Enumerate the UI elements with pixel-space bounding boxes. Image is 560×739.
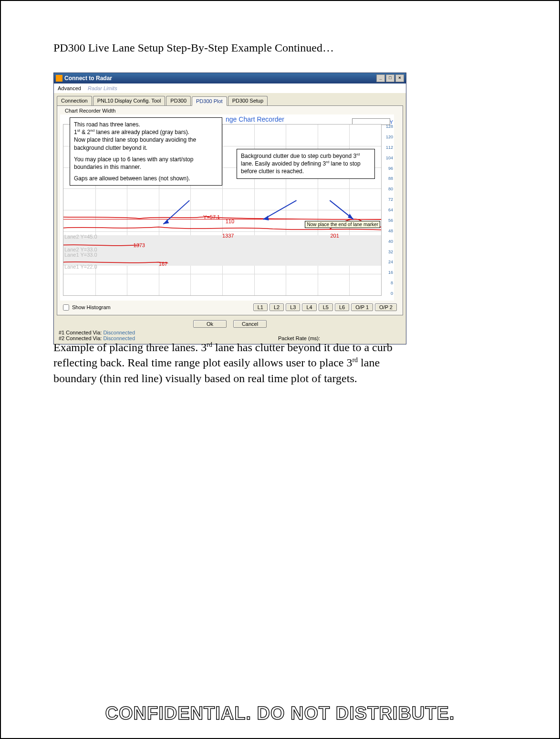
- ytick: 8: [391, 281, 393, 285]
- callout-line: 1st & 2nd lanes are already placed (gray…: [74, 128, 218, 136]
- lane-button-l2[interactable]: L2: [270, 303, 284, 311]
- show-histogram-checkbox[interactable]: Show Histogram: [63, 304, 111, 311]
- ytick: 32: [388, 250, 393, 254]
- menu-bar: Advanced Radar Limits: [54, 83, 406, 93]
- maximize-button[interactable]: □: [386, 74, 394, 82]
- data-label: 1373: [134, 242, 145, 248]
- lane1-band: [63, 251, 381, 266]
- menu-advanced[interactable]: Advanced: [58, 85, 81, 91]
- ytick: 96: [388, 166, 393, 171]
- svg-marker-3: [263, 216, 269, 220]
- lane-label: Lane1 Y=22.0: [64, 264, 97, 270]
- status-line: #1 Connected Via: Disconnected: [59, 330, 202, 335]
- close-button[interactable]: ×: [395, 74, 404, 82]
- cursor-y-value: Y=57.1: [203, 214, 220, 220]
- ytick: 120: [386, 135, 393, 139]
- data-label: 201: [330, 233, 339, 239]
- ytick: 16: [388, 270, 393, 275]
- menu-radar-limits: Radar Limits: [88, 85, 117, 91]
- ytick: 80: [388, 187, 393, 191]
- svg-line-0: [163, 200, 189, 224]
- title-bar[interactable]: Connect to Radar _ □ ×: [54, 73, 406, 83]
- lane-button-l4[interactable]: L4: [302, 303, 316, 311]
- figure-caption: Example of placing three lanes. 3rd lane…: [53, 340, 421, 386]
- ytick: 72: [388, 197, 393, 202]
- ytick: 88: [388, 176, 393, 181]
- app-window: Connect to Radar _ □ × Advanced Radar Li…: [53, 73, 406, 344]
- chart-recorder-width-label: Chart Recorder Width: [65, 108, 400, 114]
- lane-button-l6[interactable]: L6: [335, 303, 349, 311]
- callout-line: Gaps are allowed between lanes (not show…: [74, 175, 218, 182]
- ok-button[interactable]: Ok: [193, 320, 227, 328]
- svg-marker-1: [163, 219, 169, 224]
- callout-line: You may place up to 6 lanes with any sta…: [74, 156, 218, 171]
- lane-button-l3[interactable]: L3: [286, 303, 300, 311]
- lane-label: Lane2 Y=45.0: [64, 234, 97, 239]
- lane3-cursor-line[interactable]: [63, 219, 381, 219]
- page-title: PD300 Live Lane Setup Step-By-Step Examp…: [53, 42, 334, 54]
- tab-panel: Chart Recorder Width nge Chart Recorder …: [57, 105, 403, 315]
- ytick: 40: [388, 239, 393, 244]
- y-axis-ticks: 128 120 112 104 96 88 80 72 64 56 48 40 …: [383, 124, 393, 296]
- tab-pnl10[interactable]: PNL10 Display Config. Tool: [93, 96, 166, 105]
- ytick: 112: [386, 145, 393, 150]
- ytick: 128: [386, 124, 393, 129]
- ytick: 0: [391, 291, 393, 296]
- lane-button-l5[interactable]: L5: [319, 303, 333, 311]
- callout-line: Now place third lane stop boundary avoid…: [74, 136, 218, 151]
- tab-pd300-plot[interactable]: PD300 Plot: [192, 96, 227, 106]
- chart-title: nge Chart Recorder: [226, 115, 284, 123]
- chart-area: nge Chart Recorder Y 128 120 112 104 96 …: [60, 114, 394, 301]
- cancel-button[interactable]: Cancel: [233, 320, 267, 328]
- data-label: 110: [226, 219, 234, 224]
- callout-instructions: This road has three lanes. 1st & 2nd lan…: [70, 117, 222, 186]
- data-label: 167: [159, 261, 167, 267]
- ytick: 24: [388, 260, 393, 264]
- output-button-1[interactable]: O/P 1: [351, 303, 373, 311]
- lane-label: Lane1 Y=33.0: [64, 252, 97, 258]
- output-button-2[interactable]: O/P 2: [375, 303, 397, 311]
- ytick: 48: [388, 229, 393, 233]
- ytick: 104: [386, 156, 393, 160]
- tab-strip: Connection PNL10 Display Config. Tool PD…: [54, 93, 406, 105]
- svg-marker-5: [348, 214, 353, 219]
- confidential-watermark: CONFIDENTIAL. DO NOT DISTRIBUTE.: [1, 703, 559, 724]
- data-label: 1337: [222, 233, 234, 239]
- minimize-button[interactable]: _: [376, 74, 385, 82]
- window-title: Connect to Radar: [64, 75, 112, 82]
- show-histogram-label: Show Histogram: [72, 304, 111, 310]
- placement-tooltip: Now place the end of lane marker: [305, 221, 380, 228]
- tab-pd300-setup[interactable]: PD300 Setup: [228, 96, 268, 105]
- callout-clutter: Background clutter due to step curb beyo…: [237, 149, 375, 179]
- show-histogram-input[interactable]: [63, 304, 69, 311]
- lane-button-l1[interactable]: L1: [253, 303, 268, 311]
- ytick: 64: [388, 208, 393, 212]
- app-icon: [56, 75, 62, 82]
- ytick: 56: [388, 218, 393, 223]
- callout-line: This road has three lanes.: [74, 121, 218, 128]
- tab-pd300[interactable]: PD300: [166, 96, 191, 105]
- tab-connection[interactable]: Connection: [57, 96, 92, 105]
